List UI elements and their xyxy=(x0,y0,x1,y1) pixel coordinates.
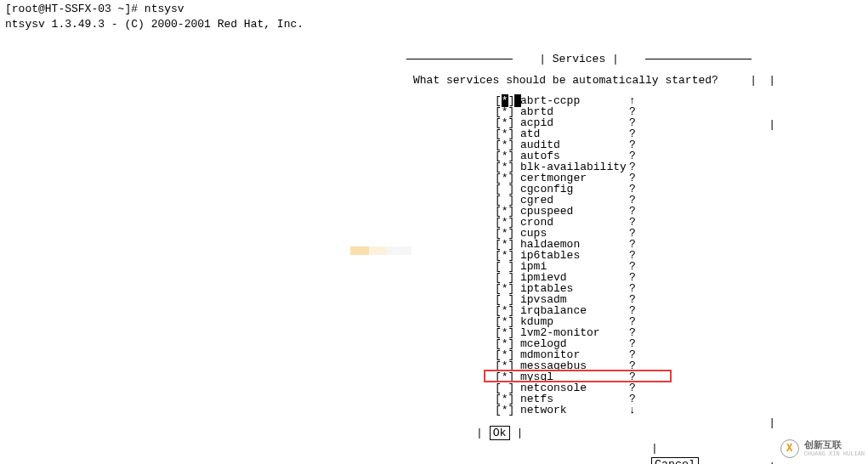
service-name: network xyxy=(520,405,629,416)
shell-prompt: [root@HT-SSFX-03 ~]# ntsysv xyxy=(0,0,868,17)
dialog-question: What services should be automatically st… xyxy=(413,74,718,87)
services-dialog: | Services | What services should be aut… xyxy=(396,53,762,464)
dialog-title: Services xyxy=(553,53,605,65)
cancel-button[interactable]: Cancel xyxy=(651,457,699,464)
checkbox-network[interactable]: [*] xyxy=(495,405,520,416)
scroll-down-icon[interactable]: ↓ xyxy=(629,405,651,416)
watermark: X 创新互联 CHUANG XIN HULIAN xyxy=(780,439,865,459)
watermark-logo-icon: X xyxy=(780,439,799,458)
dialog-border-right: | | | | xyxy=(769,75,775,464)
service-row-network[interactable]: [*] network↓ xyxy=(495,405,752,416)
ok-button[interactable]: Ok xyxy=(490,426,510,440)
service-list[interactable]: [*] abrt-ccpp↑[*] abrtd?[*] acpid?[*] at… xyxy=(495,95,752,416)
version-line: ntsysv 1.3.49.3 - (C) 2000-2001 Red Hat,… xyxy=(0,17,868,44)
